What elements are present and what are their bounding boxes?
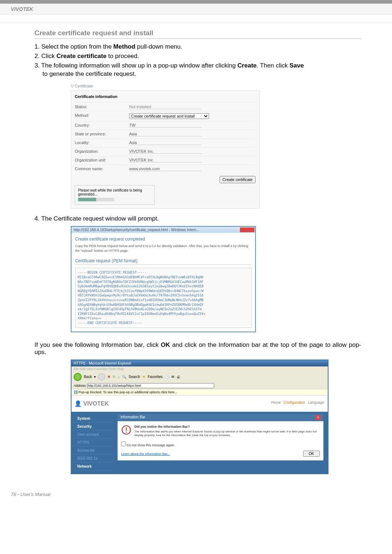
address-input[interactable] <box>87 383 214 388</box>
ok-button[interactable]: OK <box>303 451 320 457</box>
search-icon[interactable]: 🔍 <box>122 375 126 379</box>
popup-titlebar: http://192.168.4.183/setup/security/cert… <box>72 227 255 233</box>
cert-info-title: Certificate information <box>75 94 256 99</box>
sidebar-item-network[interactable]: Network <box>72 463 113 471</box>
method-select[interactable]: Create certificate request and install <box>129 113 209 119</box>
sidebar-item-user[interactable]: User account <box>72 431 113 439</box>
stop-icon[interactable]: ✖ <box>107 375 110 379</box>
dont-show-checkbox[interactable] <box>121 442 126 446</box>
cn-input[interactable]: www.vivotek.com <box>129 167 202 171</box>
wait-box: Please wait while the certificate is bei… <box>75 185 155 205</box>
page-footer: 78 - User's Manual <box>0 485 392 504</box>
nav-home[interactable]: Home <box>271 401 281 405</box>
sidebar-item-security[interactable]: Security <box>72 423 113 431</box>
learn-link[interactable]: Learn about the Information Bar... <box>121 452 170 456</box>
brand-header: VIVOTEK <box>11 6 33 12</box>
warning-icon <box>121 425 131 435</box>
address-bar: Address <box>72 382 328 389</box>
ie-window: HTTPS - Microsoft Internet Explorer File… <box>71 360 328 474</box>
close-icon[interactable] <box>240 227 254 232</box>
breadcrumb: ity > HTTPS <box>122 407 139 410</box>
create-certificate-button[interactable]: Create certificate <box>220 176 256 183</box>
vivotek-logo: VIVOTEK <box>74 400 109 407</box>
ie-toolbar: Back ▾ ✖ ↻ ⌂ 🔍Search ★Favorites 🕑 ✉ 🖨 <box>72 372 328 382</box>
home-icon[interactable]: ⌂ <box>118 375 120 379</box>
sidebar-item-system[interactable]: System <box>72 415 113 423</box>
svg-rect-1 <box>126 427 127 431</box>
certificate-expand[interactable]: Certificate: <box>71 84 260 89</box>
pem-title: Certificate request (PEM format) <box>75 258 252 265</box>
info-dialog-title: Information Bar <box>121 415 145 420</box>
info-body: The Information Bar alerts you when Inte… <box>121 430 320 438</box>
favorites-icon[interactable]: ★ <box>142 375 146 379</box>
locality-input[interactable]: Asia <box>129 140 202 145</box>
info-heading: Did you notice the Information Bar? <box>121 425 320 428</box>
print-icon[interactable]: 🖨 <box>176 375 180 379</box>
back-label[interactable]: Back <box>84 375 92 379</box>
info-icon: ℹ️ <box>74 390 78 394</box>
state-input[interactable]: Asia <box>129 132 202 136</box>
ie-menubar[interactable]: File Edit View Favorites Tools Help <box>72 366 328 372</box>
pem-text[interactable]: -----BEGIN CERTIFICATE REQUEST----- MIIB… <box>75 268 252 328</box>
sidebar: System Security User account HTTPS Acces… <box>72 412 113 473</box>
popup-blocked-bar[interactable]: ℹ️ Pop-up blocked. To see this pop-up or… <box>72 389 328 395</box>
certificate-panel: Certificate: Certificate information Sta… <box>71 84 260 209</box>
sidebar-item-https[interactable]: HTTPS <box>72 439 113 447</box>
instructions: 1. Select the option from the Method pul… <box>34 42 361 78</box>
history-icon[interactable]: 🕑 <box>165 375 169 379</box>
ie-titlebar: HTTPS - Microsoft Internet Explorer <box>72 360 328 366</box>
step4-text: 4. The Certificate request window will p… <box>34 215 361 222</box>
sidebar-item-access[interactable]: Access list <box>72 447 113 455</box>
cert-request-window: http://192.168.4.183/setup/security/cert… <box>71 226 256 332</box>
popup-heading: Create certificate request completed <box>75 237 252 242</box>
section-title: Create certificate request and install <box>34 29 361 39</box>
progress-bar <box>78 198 114 201</box>
sidebar-item-ieee[interactable]: IEEE 802.1x <box>72 455 113 463</box>
forward-icon[interactable] <box>98 373 105 381</box>
close-icon[interactable]: ✕ <box>315 415 320 420</box>
nav-lang[interactable]: Language <box>308 401 324 405</box>
mail-icon[interactable]: ✉ <box>171 375 174 379</box>
orgunit-input[interactable]: VIVOTEK Inc. <box>129 158 202 163</box>
org-input[interactable]: VIVOTEK Inc. <box>129 149 202 154</box>
popup-instruction: Copy the PEM format request below and se… <box>75 244 252 253</box>
nav-config[interactable]: Configuration <box>283 401 305 405</box>
back-icon[interactable] <box>74 373 82 381</box>
status-value: Not installed <box>129 104 202 109</box>
refresh-icon[interactable]: ↻ <box>113 375 115 379</box>
country-input[interactable]: TW <box>129 123 202 128</box>
svg-rect-2 <box>126 431 127 432</box>
info-bar-instruction: If you see the following Information bar… <box>34 341 361 356</box>
